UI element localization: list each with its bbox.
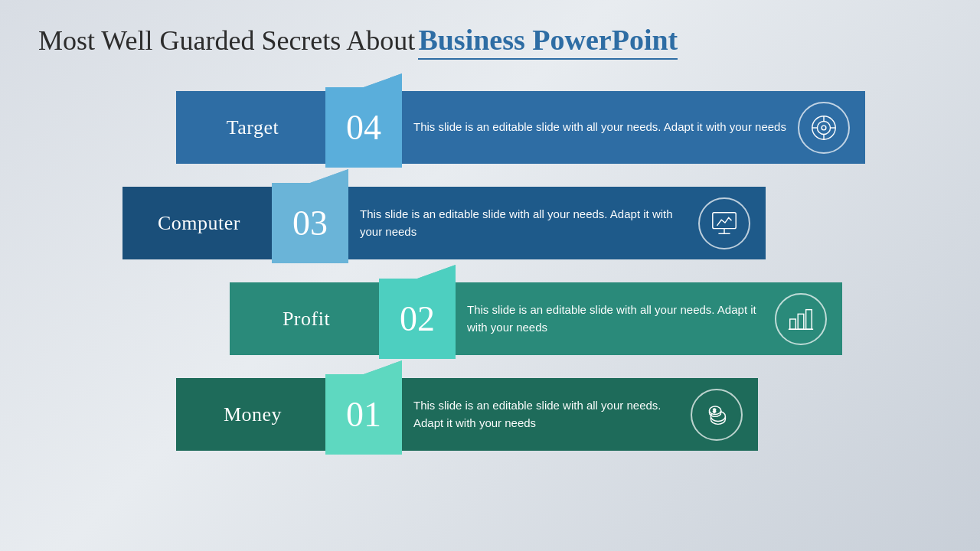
step-2-label-box: Profit bbox=[230, 282, 383, 355]
svg-text:$: $ bbox=[713, 408, 716, 413]
svg-point-3 bbox=[822, 126, 826, 130]
step-2-number: 02 bbox=[400, 298, 435, 339]
step-2-label: Profit bbox=[283, 308, 330, 331]
svg-marker-8 bbox=[310, 169, 348, 183]
diagram: Target 04 This slide is an editable slid… bbox=[38, 80, 942, 516]
step-4-desc-box: This slide is an editable slide with all… bbox=[398, 91, 865, 164]
step-1-fold bbox=[364, 360, 402, 374]
step-1-number: 01 bbox=[346, 394, 381, 435]
step-1-number-box: 01 bbox=[325, 374, 402, 455]
step-2-number-box: 02 bbox=[379, 279, 456, 359]
step-3-number: 03 bbox=[292, 203, 328, 243]
step-4: Target 04 This slide is an editable slid… bbox=[176, 87, 865, 168]
step-2: Profit 02 This slide is an editable slid… bbox=[230, 279, 842, 359]
page-container: Most Well Guarded Secrets About Business… bbox=[0, 0, 980, 551]
money-icon: $ bbox=[702, 400, 731, 429]
step-1: Money 01 This slide is an editable slide… bbox=[176, 374, 758, 455]
title-highlight: Business PowerPoint bbox=[418, 24, 678, 60]
step-2-icon-circle bbox=[775, 293, 827, 345]
svg-rect-13 bbox=[790, 319, 796, 329]
target-icon bbox=[809, 113, 838, 142]
step-1-desc: This slide is an editable slide with all… bbox=[413, 397, 679, 432]
step-4-label-box: Target bbox=[176, 91, 329, 164]
svg-point-2 bbox=[817, 121, 830, 134]
svg-rect-14 bbox=[798, 314, 804, 329]
step-3-number-box: 03 bbox=[272, 183, 348, 263]
step-4-desc: This slide is an editable slide with all… bbox=[413, 119, 786, 136]
svg-rect-15 bbox=[806, 309, 812, 329]
svg-marker-0 bbox=[364, 73, 402, 87]
bar-chart-icon bbox=[786, 305, 815, 334]
monitor-icon bbox=[710, 209, 739, 238]
step-4-number: 04 bbox=[346, 107, 381, 148]
step-4-icon-circle bbox=[798, 102, 850, 154]
svg-rect-9 bbox=[713, 212, 736, 228]
step-3: Computer 03 This slide is an editable sl… bbox=[122, 183, 766, 263]
step-2-fold bbox=[417, 265, 456, 279]
step-4-number-box: 04 bbox=[325, 87, 402, 168]
title-normal: Most Well Guarded Secrets About bbox=[38, 25, 415, 56]
step-1-label-box: Money bbox=[176, 378, 329, 451]
step-1-label: Money bbox=[224, 403, 282, 426]
step-4-fold bbox=[364, 73, 402, 87]
svg-marker-17 bbox=[364, 360, 402, 374]
step-1-desc-box: This slide is an editable slide with all… bbox=[398, 378, 758, 451]
step-1-icon-circle: $ bbox=[691, 389, 743, 441]
step-2-desc: This slide is an editable slide with all… bbox=[467, 302, 763, 336]
step-2-desc-box: This slide is an editable slide with all… bbox=[452, 282, 842, 355]
svg-marker-12 bbox=[417, 265, 456, 279]
step-3-label: Computer bbox=[158, 212, 240, 235]
step-4-label: Target bbox=[227, 116, 279, 139]
step-3-label-box: Computer bbox=[122, 187, 276, 259]
step-3-icon-circle bbox=[698, 197, 750, 249]
step-3-desc: This slide is an editable slide with all… bbox=[360, 206, 687, 240]
title-area: Most Well Guarded Secrets About Business… bbox=[38, 23, 942, 57]
step-3-desc-box: This slide is an editable slide with all… bbox=[345, 187, 766, 259]
step-3-fold bbox=[310, 169, 348, 183]
